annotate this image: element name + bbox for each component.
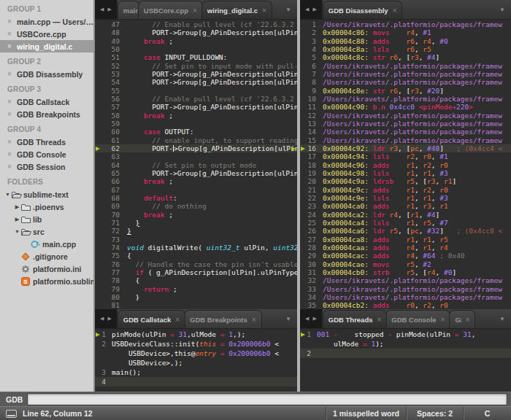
tab-close-icon[interactable]: × (252, 316, 256, 324)
code-line[interactable]: 32/Users/ikravets/.platformio/packages/f… (300, 276, 511, 284)
code-line[interactable]: 40x00004c8a: lsls r6, r5 (300, 45, 511, 53)
code-line[interactable]: 3main(); (95, 368, 297, 377)
tab-close-icon[interactable]: × (441, 316, 445, 324)
sidebar-item-gdb-callstack[interactable]: ×GDB Callstack (0, 96, 93, 108)
code-line[interactable]: 47 // Enable pull level (cf '22.6.3.2 I (95, 20, 297, 28)
sidebar-item-gdb-disassembly[interactable]: ×GDB Disassembly (0, 68, 93, 80)
tab-gdb-threads[interactable]: GDB Threads× (323, 310, 388, 328)
code-line[interactable]: 290x00004cac: adds r4, #64 ; 0x40 (300, 252, 511, 260)
code-line[interactable]: 4 (95, 377, 297, 386)
code-line[interactable]: 79 return ; (95, 285, 297, 293)
expand-arrow-icon[interactable]: ▶ (13, 204, 21, 210)
sidebar-item-gdb-console[interactable]: ×GDB Console (0, 148, 93, 160)
code-line[interactable]: 63 (95, 152, 297, 160)
close-icon[interactable]: × (7, 163, 17, 171)
code-line[interactable]: ulMode = 1); (300, 339, 511, 349)
code-line[interactable]: 240x00004ca2: ldr r4, [r1, #4] (300, 211, 511, 219)
code-line[interactable]: 77 if ( g_APinDescription[ulPin].ulPinTy… (95, 268, 297, 276)
panel-toggle-icon[interactable] (6, 410, 17, 418)
close-icon[interactable]: × (7, 98, 17, 106)
code-line[interactable]: 310x00004cb0: strb r5, [r4, #0] (300, 268, 511, 276)
tab-close-icon[interactable]: × (262, 7, 266, 15)
code-line[interactable]: 350x00004cb2: adds r0, r2, r0 (300, 301, 511, 309)
code-line[interactable]: 280x00004caa: adds r4, r1, r4 (300, 244, 511, 252)
code-line[interactable]: 59 (95, 120, 297, 128)
code-line[interactable]: 69 // do nothing (95, 202, 297, 210)
code-line[interactable]: 61 // enable input, to support reading b (95, 136, 297, 144)
tab-close-icon[interactable]: × (193, 7, 197, 15)
code-line[interactable]: 48 PORT->Group[g_APinDescription[ulPin] (95, 28, 297, 36)
collapse-arrow-icon[interactable]: ▼ (4, 192, 12, 197)
tab-gdb-session[interactable]: GDB Session× (449, 310, 475, 328)
code-line[interactable]: 1/Users/ikravets/.platformio/packages/fr… (300, 20, 511, 28)
code-line[interactable]: 34/Users/ikravets/.platformio/packages/f… (300, 293, 511, 301)
code-line[interactable]: 75{ (95, 252, 297, 260)
next-tab-icon[interactable]: ▶ (107, 316, 111, 322)
tab-gdb-console[interactable]: GDB Console× (385, 310, 450, 328)
close-icon[interactable]: × (7, 42, 17, 50)
code-line[interactable]: 74void digitalWrite( uint32_t ulPin, uin… (95, 244, 297, 252)
sidebar-item-main-cpp-users-sa[interactable]: ×main.cpp — Users/…/sa (0, 15, 93, 28)
code-line[interactable]: 180x00004c96: adds r1, r2, r0 (300, 161, 511, 169)
code-line[interactable]: 53 PORT->Group[g_APinDescription[ulPin] (95, 70, 297, 78)
code-line[interactable]: 12/Users/ikravets/.platformio/packages/f… (300, 112, 511, 120)
tab-overflow-icon[interactable]: ▼ (493, 316, 511, 322)
tab-overflow-icon[interactable]: ▼ (280, 7, 297, 13)
tab-close-icon[interactable]: × (466, 316, 470, 324)
gdb-command-input[interactable] (27, 393, 507, 405)
code-line[interactable]: 80 } (95, 293, 297, 301)
code-line[interactable]: 270x00004ca8: adds r1, r1, r5 (300, 236, 511, 244)
sidebar-item-wiring-digital-c[interactable]: ×wiring_digital.c (0, 40, 93, 52)
close-icon[interactable]: × (7, 18, 17, 26)
tab-usbcore-cpp[interactable]: USBCore.cpp× (138, 1, 203, 19)
next-tab-icon[interactable]: ▶ (312, 7, 316, 12)
close-icon[interactable]: × (7, 30, 17, 38)
code-line[interactable]: 55 (95, 87, 297, 95)
code-line[interactable]: 54 PORT->Group[g_APinDescription[ulPin] (95, 78, 297, 86)
tab-close-icon[interactable]: × (393, 7, 397, 15)
tree-item-main-cpp[interactable]: main.cpp (0, 238, 93, 250)
code-line[interactable]: 60 case OUTPUT: (95, 128, 297, 136)
code-line[interactable]: 13/Users/ikravets/.platformio/packages/f… (300, 120, 511, 128)
tab-wiring-digital-c[interactable]: wiring_digital.c× (201, 1, 272, 19)
prev-tab-icon[interactable]: ◀ (100, 316, 104, 322)
sidebar-item-usbcore-cpp[interactable]: ×USBCore.cpp (0, 28, 93, 40)
code-line[interactable]: 10/Users/ikravets/.platformio/packages/f… (300, 95, 511, 103)
tree-item-platformio-sublime[interactable]: Splatformio.sublime (0, 275, 93, 287)
tab-overflow-icon[interactable]: ▼ (280, 316, 297, 322)
code-line[interactable]: 76 // Handle the case the pin isn't usab… (95, 260, 297, 268)
code-line[interactable]: 50x00004c8c: str r6, [r3, #4] (300, 53, 511, 61)
tree-item-platformio-ini[interactable]: platformio.ini (0, 262, 93, 275)
tab-main-cpp[interactable]: main.cpp (118, 1, 139, 19)
code-line[interactable]: 210x00004c9c: adds r1, r2, r0 (300, 186, 511, 194)
close-icon[interactable]: × (7, 150, 17, 158)
sidebar-item-gdb-threads[interactable]: ×GDB Threads (0, 136, 93, 148)
close-icon[interactable]: × (7, 70, 17, 78)
code-line[interactable]: 220x00004c9e: lsls r1, r1, #3 (300, 194, 511, 202)
code-line[interactable]: 65 PORT->Group[g_APinDescription[ulPin] (95, 169, 297, 177)
tab-gdb-callstack[interactable]: GDB Callstack× (118, 310, 185, 328)
code-line[interactable]: USBDevice>,this@entry = 0x200006b0 < (95, 349, 297, 358)
code-line[interactable]: 51 case INPUT_PULLDOWN: (95, 53, 297, 61)
code-line[interactable]: 49 break ; (95, 37, 297, 45)
code-line[interactable]: 71 } (95, 219, 297, 227)
code-line[interactable]: 300x00004cae: movs r5, #2 (300, 260, 511, 268)
editor-gdb-threads[interactable]: 1001 - stopped - pinMode(ulPin = 31, ulM… (300, 329, 511, 392)
prev-tab-icon[interactable]: ◀ (305, 316, 309, 322)
editor-gdb-callstack[interactable]: 1pinMode(ulPin = 31,ulMode = 1,);2USBDev… (95, 329, 297, 392)
tab-close-icon[interactable]: × (175, 316, 180, 324)
code-line[interactable]: 8/Users/ikravets/.platformio/packages/fr… (300, 78, 511, 86)
close-icon[interactable]: × (7, 110, 17, 118)
code-line[interactable]: 30x00004c88: adds r6, r4, #0 (300, 37, 511, 45)
tab-gdb-breakpoints[interactable]: GDB Breakpoints× (184, 310, 262, 328)
code-line[interactable]: 2USBDeviceClass::init(this = 0x200006b0 … (95, 339, 297, 349)
code-line[interactable]: 2 (300, 349, 511, 358)
code-line[interactable]: 260x00004ca6: ldr r5, [pc, #32] ; (0x4cc… (300, 227, 511, 235)
tree-item-sublime-text[interactable]: ▼sublime-text (0, 188, 93, 201)
expand-arrow-icon[interactable]: ▶ (13, 217, 21, 222)
code-line[interactable]: 58 break ; (95, 112, 297, 120)
sidebar-item-gdb-breakpoints[interactable]: ×GDB Breakpoints (0, 108, 93, 120)
code-line[interactable]: 6/Users/ikravets/.platformio/packages/fr… (300, 62, 511, 70)
code-line[interactable]: 20x00004c86: movs r4, #1 (300, 28, 511, 36)
code-line[interactable]: 110x00004c90: b.n 0x4cc0 <pinMode+220> (300, 103, 511, 111)
